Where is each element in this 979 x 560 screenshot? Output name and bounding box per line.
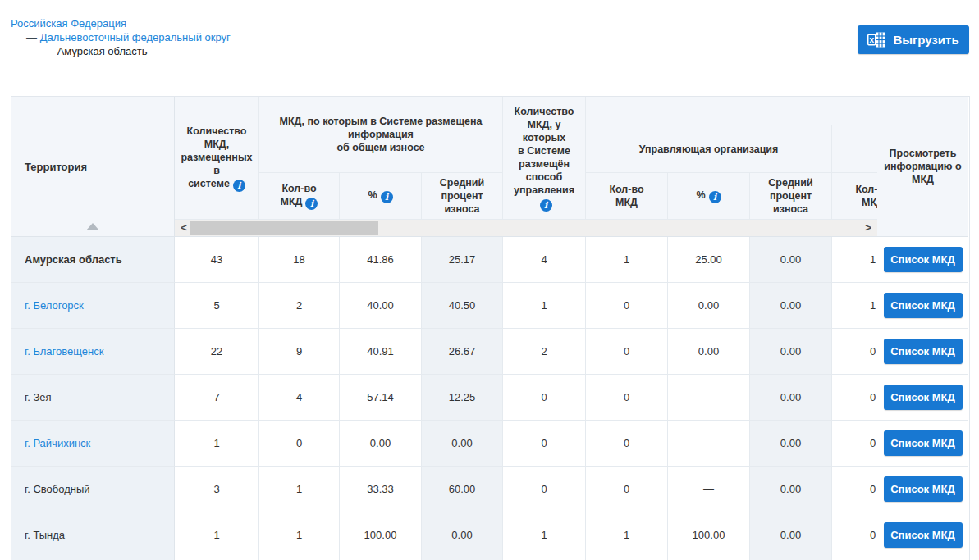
value-cell: 0	[503, 467, 586, 512]
value-cell: 5	[175, 283, 259, 329]
territory-label: г. Зея	[25, 391, 52, 403]
value-cell: 0.00	[750, 421, 832, 467]
territory-header-label: Территория	[25, 161, 87, 173]
table-row: 431841.8625.174125.000.001	[175, 237, 877, 283]
value-cell: 60.00	[422, 467, 503, 512]
territory-label: г. Свободный	[25, 483, 90, 495]
breadcrumb-link-district[interactable]: Дальневосточный федеральный округ	[40, 31, 231, 43]
value-cell: 2	[259, 283, 340, 329]
action-cell: Список МКД	[877, 421, 968, 467]
header-wear-count: Кол-во МКД	[259, 173, 340, 220]
value-cell: 0	[832, 375, 877, 421]
header-empty-next-group	[832, 125, 877, 173]
list-mkd-button[interactable]: Список МКД	[884, 522, 963, 548]
action-cell: Список МКД	[877, 512, 968, 558]
header-total-in-system: Количество МКД, размещенных в системе	[175, 97, 259, 220]
value-cell: 100.00	[340, 512, 422, 558]
value-cell: 25.00	[668, 237, 750, 283]
data-grid-header: Количество МКД, размещенных в системе МК…	[175, 97, 877, 220]
breadcrumb-dash: —	[26, 31, 37, 43]
header-mgmt-percent: %	[668, 173, 750, 220]
value-cell: 0	[832, 421, 877, 467]
value-cell: 0	[586, 329, 668, 375]
territory-label[interactable]: г. Благовещенск	[25, 345, 103, 357]
value-cell: —	[668, 467, 750, 512]
table-row: 100.000.0000—0.000	[175, 421, 877, 467]
page: Российская Федерация — Дальневосточный ф…	[0, 0, 979, 560]
info-icon[interactable]	[305, 198, 318, 210]
territory-cell: г. Зея	[11, 375, 175, 421]
territory-cell: Амурская область	[11, 237, 175, 283]
value-cell: 0	[832, 467, 877, 512]
scroll-right-arrow[interactable]: >	[862, 220, 874, 236]
territory-header: Территория	[11, 97, 175, 237]
value-cell: 1	[586, 512, 668, 558]
list-mkd-button[interactable]: Список МКД	[884, 339, 963, 364]
value-cell: 1	[832, 283, 877, 329]
territory-label[interactable]: г. Райчихинск	[25, 437, 90, 449]
header-wear-percent: %	[340, 173, 422, 220]
scrollable-columns: Количество МКД, размещенных в системе МК…	[175, 97, 877, 560]
info-icon[interactable]	[381, 191, 393, 203]
value-cell: 100.00	[668, 512, 750, 558]
value-cell: 57.14	[340, 375, 422, 421]
header-mgmt-count: Кол-во МКД	[586, 173, 668, 220]
value-cell: 0.00	[422, 512, 503, 558]
value-cell: 0	[503, 421, 586, 467]
value-cell: 40.50	[422, 283, 503, 329]
territory-label[interactable]: г. Белогорск	[25, 299, 84, 312]
value-cell: 4	[259, 375, 340, 421]
value-cell: —	[668, 375, 750, 421]
value-cell: 2	[503, 329, 586, 375]
header-group-wear: МКД, по которым в Системе размещена инфо…	[259, 97, 503, 173]
breadcrumb-link-russia[interactable]: Российская Федерация	[11, 17, 126, 30]
value-cell: 0.00	[750, 283, 832, 329]
value-cell: 43	[175, 237, 259, 283]
breadcrumb-current: Амурская область	[57, 45, 148, 57]
value-cell: 9	[259, 329, 340, 375]
scroll-left-arrow[interactable]: <	[178, 220, 190, 236]
header-mgmt-avg: Средний процент износа	[750, 173, 832, 220]
list-mkd-button[interactable]: Список МКД	[884, 247, 963, 272]
value-cell: 0	[259, 421, 340, 467]
list-mkd-button[interactable]: Список МКД	[884, 293, 963, 318]
value-cell: 1	[503, 512, 586, 558]
scrollbar-thumb[interactable]	[190, 221, 378, 235]
value-cell: 0	[832, 512, 877, 558]
value-cell: —	[668, 421, 750, 467]
actions-column-body: Список МКДСписок МКДСписок МКДСписок МКД…	[877, 237, 968, 560]
horizontal-scrollbar[interactable]: < >	[175, 220, 877, 237]
territory-cell: г. Тында	[11, 512, 175, 558]
info-icon[interactable]	[709, 191, 721, 203]
list-mkd-button[interactable]: Список МКД	[884, 430, 963, 456]
header-next-partial-col: Кол-во МКД	[832, 173, 877, 220]
breadcrumb: Российская Федерация — Дальневосточный ф…	[11, 16, 231, 58]
action-cell: Список МКД	[877, 283, 968, 329]
territory-cell: г. Райчихинск	[11, 421, 175, 467]
value-cell: 7	[175, 375, 259, 421]
value-cell: 0	[586, 283, 668, 329]
data-grid-body: 431841.8625.174125.000.0015240.0040.5010…	[175, 237, 877, 560]
value-cell: 3	[175, 467, 259, 512]
value-cell: 1	[503, 283, 586, 329]
value-cell: 1	[259, 467, 340, 512]
header-mgmt-method-count: Количество МКД, у которых в Системе разм…	[503, 97, 586, 220]
list-mkd-button[interactable]: Список МКД	[884, 476, 963, 502]
list-mkd-button[interactable]: Список МКД	[884, 385, 963, 410]
header-wear-avg: Средний процент износа	[422, 173, 503, 220]
territory-label: г. Тында	[25, 529, 65, 541]
value-cell: 41.86	[340, 237, 422, 283]
value-cell: 26.67	[422, 329, 503, 375]
value-cell: 0	[586, 375, 668, 421]
table-row: 3133.3360.0000—0.000	[175, 467, 877, 512]
info-icon[interactable]	[233, 180, 245, 192]
export-button[interactable]: x Выгрузить	[858, 25, 969, 54]
export-label: Выгрузить	[893, 33, 958, 47]
actions-column: Просмотреть информацию о МКД Список МКДС…	[876, 97, 968, 560]
sort-asc-icon[interactable]	[86, 223, 99, 230]
info-icon[interactable]	[540, 199, 552, 212]
value-cell: 22	[175, 329, 259, 375]
excel-icon: x	[867, 32, 885, 48]
territory-label: Амурская область	[25, 253, 122, 266]
value-cell: 0	[586, 467, 668, 512]
